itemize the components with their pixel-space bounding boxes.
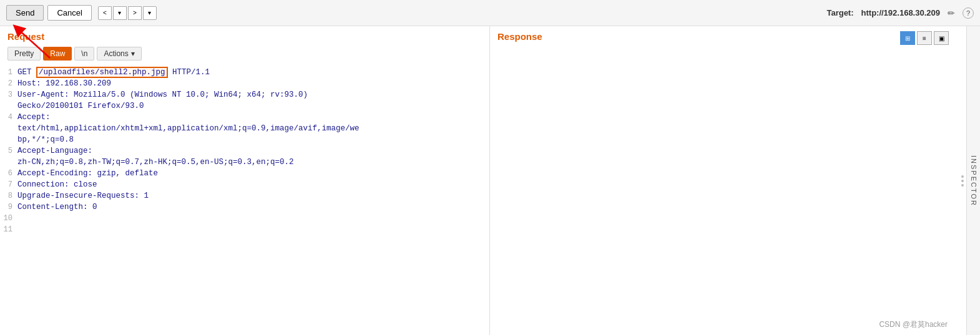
code-line-4: 4 Accept: bbox=[0, 112, 489, 123]
request-tabs-row: Pretty Raw \n Actions ▾ bbox=[0, 44, 489, 64]
main-area: Request Pretty Raw \n Actions ▾ 1 GET /u… bbox=[0, 26, 980, 335]
line-num-3b bbox=[0, 100, 17, 112]
watermark: CSDN @君莫hacker bbox=[879, 319, 948, 330]
line-content-6: Accept-Encoding: gzip, deflate bbox=[17, 168, 489, 179]
line-num-4c bbox=[0, 134, 17, 145]
highlight-path: /uploadfiles/shell2.php.jpg bbox=[36, 67, 168, 78]
view-list-button[interactable]: ≡ bbox=[917, 31, 932, 45]
toolbar: Send Cancel < ▾ > ▾ Target: http://192.1… bbox=[0, 0, 980, 26]
line-num-3: 3 bbox=[0, 89, 17, 100]
code-line-1: 1 GET /uploadfiles/shell2.php.jpg HTTP/1… bbox=[0, 67, 489, 78]
code-line-3b: Gecko/20100101 Firefox/93.0 bbox=[0, 100, 489, 112]
line-content-5: Accept-Language: bbox=[17, 145, 489, 157]
drag-dot-1 bbox=[961, 175, 964, 178]
tab-newline[interactable]: \n bbox=[74, 47, 94, 61]
code-line-2: 2 Host: 192.168.30.209 bbox=[0, 78, 489, 89]
response-code-area[interactable] bbox=[490, 44, 966, 335]
code-line-5b: zh-CN,zh;q=0.8,zh-TW;q=0.7,zh-HK;q=0.5,e… bbox=[0, 157, 489, 168]
line-num-6: 6 bbox=[0, 168, 17, 179]
actions-label: Actions bbox=[104, 49, 128, 58]
drag-handle[interactable] bbox=[959, 175, 966, 187]
view-split-button[interactable]: ⊞ bbox=[900, 31, 915, 45]
line-content-1: GET /uploadfiles/shell2.php.jpg HTTP/1.1 bbox=[17, 67, 489, 78]
toolbar-left: Send Cancel < ▾ > ▾ bbox=[6, 5, 157, 21]
view-buttons: ⊞ ≡ ▣ bbox=[900, 31, 949, 45]
request-code-area[interactable]: 1 GET /uploadfiles/shell2.php.jpg HTTP/1… bbox=[0, 64, 489, 335]
nav-arrows: < ▾ > ▾ bbox=[98, 6, 157, 20]
inspector-sidebar[interactable]: INSPECTOR bbox=[966, 26, 980, 335]
code-line-4c: bp,*/*;q=0.8 bbox=[0, 134, 489, 145]
send-button[interactable]: Send bbox=[6, 5, 44, 21]
code-line-9: 9 Content-Length: 0 bbox=[0, 201, 489, 213]
response-panel-title: Response bbox=[490, 26, 966, 44]
prev-dropdown-button[interactable]: ▾ bbox=[113, 6, 127, 20]
line-num-8: 8 bbox=[0, 190, 17, 201]
line-num-10: 10 bbox=[0, 213, 17, 224]
prev-button[interactable]: < bbox=[98, 6, 112, 20]
line-content-3b: Gecko/20100101 Firefox/93.0 bbox=[17, 100, 489, 112]
line-num-5: 5 bbox=[0, 145, 17, 157]
line-content-4c: bp,*/*;q=0.8 bbox=[17, 134, 489, 145]
request-panel: Request Pretty Raw \n Actions ▾ 1 GET /u… bbox=[0, 26, 490, 335]
actions-dropdown-icon: ▾ bbox=[131, 49, 135, 58]
code-line-3: 3 User-Agent: Mozilla/5.0 (Windows NT 10… bbox=[0, 89, 489, 100]
line-content-7: Connection: close bbox=[17, 179, 489, 190]
line-num-9: 9 bbox=[0, 201, 17, 213]
line-content-11 bbox=[17, 224, 489, 235]
line-content-5b: zh-CN,zh;q=0.8,zh-TW;q=0.7,zh-HK;q=0.5,e… bbox=[17, 157, 489, 168]
tab-actions[interactable]: Actions ▾ bbox=[97, 47, 141, 61]
line-content-4: Accept: bbox=[17, 112, 489, 123]
line-content-4b: text/html,application/xhtml+xml,applicat… bbox=[17, 123, 489, 134]
code-line-8: 8 Upgrade-Insecure-Requests: 1 bbox=[0, 190, 489, 201]
tab-raw[interactable]: Raw bbox=[43, 47, 72, 61]
line-num-11: 11 bbox=[0, 224, 17, 235]
response-panel: Response ⊞ ≡ ▣ CSDN @君莫hacker bbox=[490, 26, 966, 335]
line-content-8: Upgrade-Insecure-Requests: 1 bbox=[17, 190, 489, 201]
drag-dot-3 bbox=[961, 184, 964, 187]
code-line-10: 10 bbox=[0, 213, 489, 224]
toolbar-right: Target: http://192.168.30.209 ✏ ? bbox=[826, 7, 974, 19]
line-content-2: Host: 192.168.30.209 bbox=[17, 78, 489, 89]
code-line-7: 7 Connection: close bbox=[0, 179, 489, 190]
code-line-4b: text/html,application/xhtml+xml,applicat… bbox=[0, 123, 489, 134]
line-num-7: 7 bbox=[0, 179, 17, 190]
view-grid-button[interactable]: ▣ bbox=[934, 31, 949, 45]
code-line-11: 11 bbox=[0, 224, 489, 235]
request-panel-title: Request bbox=[0, 26, 489, 44]
line-num-2: 2 bbox=[0, 78, 17, 89]
code-line-5: 5 Accept-Language: bbox=[0, 145, 489, 157]
tab-pretty[interactable]: Pretty bbox=[7, 47, 41, 61]
cancel-button[interactable]: Cancel bbox=[47, 5, 91, 21]
target-label: Target: bbox=[826, 8, 853, 17]
help-icon[interactable]: ? bbox=[963, 7, 974, 19]
line-content-3: User-Agent: Mozilla/5.0 (Windows NT 10.0… bbox=[17, 89, 489, 100]
target-url: http://192.168.30.209 bbox=[861, 8, 940, 17]
line-content-9: Content-Length: 0 bbox=[17, 201, 489, 213]
line-content-10 bbox=[17, 213, 489, 224]
next-dropdown-button[interactable]: ▾ bbox=[143, 6, 157, 20]
edit-icon[interactable]: ✏ bbox=[948, 8, 955, 18]
next-button[interactable]: > bbox=[128, 6, 142, 20]
line-num-4b bbox=[0, 123, 17, 134]
line-num-4: 4 bbox=[0, 112, 17, 123]
drag-dot-2 bbox=[961, 180, 964, 182]
code-line-6: 6 Accept-Encoding: gzip, deflate bbox=[0, 168, 489, 179]
line-num-1: 1 bbox=[0, 67, 17, 78]
line-num-5b bbox=[0, 157, 17, 168]
